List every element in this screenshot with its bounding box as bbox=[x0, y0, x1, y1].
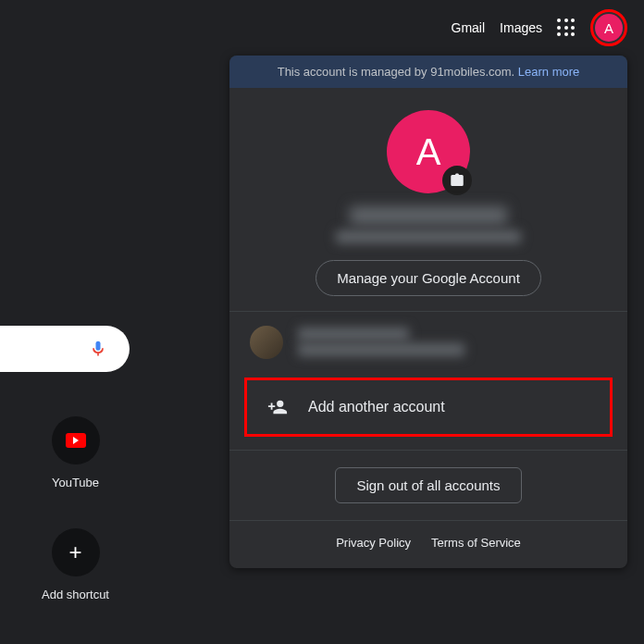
search-bar[interactable] bbox=[0, 326, 130, 372]
change-photo-button[interactable] bbox=[442, 166, 472, 195]
manage-account-button[interactable]: Manage your Google Account bbox=[316, 260, 541, 296]
divider bbox=[229, 450, 627, 451]
other-account-avatar bbox=[250, 326, 283, 359]
signout-button[interactable]: Sign out of all accounts bbox=[335, 467, 521, 503]
terms-link[interactable]: Terms of Service bbox=[431, 536, 521, 550]
panel-body: A Manage your Google Account bbox=[229, 88, 627, 311]
shortcut-label: Add shortcut bbox=[42, 588, 109, 601]
images-link[interactable]: Images bbox=[500, 20, 542, 35]
account-avatar-button[interactable]: A bbox=[590, 9, 627, 46]
camera-icon bbox=[449, 172, 465, 189]
shortcut-icon-circle bbox=[52, 416, 100, 464]
other-account-info bbox=[298, 325, 607, 359]
other-account-row[interactable] bbox=[229, 312, 627, 372]
microphone-icon[interactable] bbox=[89, 338, 107, 360]
other-account-email-blurred bbox=[298, 343, 464, 356]
plus-icon: + bbox=[68, 541, 81, 564]
apps-grid-icon[interactable] bbox=[557, 19, 576, 37]
big-avatar-wrap: A bbox=[387, 110, 470, 193]
shortcuts: YouTube + Add shortcut bbox=[42, 416, 109, 601]
account-email-blurred bbox=[336, 230, 521, 243]
top-bar: Gmail Images A bbox=[435, 0, 644, 56]
other-account-name-blurred bbox=[298, 328, 409, 341]
shortcut-icon-circle: + bbox=[52, 528, 100, 576]
avatar-letter: A bbox=[595, 14, 623, 42]
managed-notice: This account is managed by 91mobiles.com… bbox=[229, 56, 627, 88]
footer-links: Privacy Policy Terms of Service bbox=[229, 521, 627, 568]
shortcut-youtube[interactable]: YouTube bbox=[52, 416, 100, 489]
learn-more-link[interactable]: Learn more bbox=[518, 65, 579, 79]
gmail-link[interactable]: Gmail bbox=[452, 20, 486, 35]
privacy-policy-link[interactable]: Privacy Policy bbox=[336, 536, 411, 550]
managed-text: This account is managed by 91mobiles.com… bbox=[278, 65, 518, 79]
account-name-blurred bbox=[350, 206, 507, 225]
youtube-icon bbox=[66, 433, 86, 448]
shortcut-label: YouTube bbox=[52, 476, 99, 489]
person-add-icon bbox=[267, 397, 288, 417]
add-account-label: Add another account bbox=[308, 399, 445, 415]
add-account-button[interactable]: Add another account bbox=[244, 378, 613, 437]
add-shortcut-button[interactable]: + Add shortcut bbox=[42, 528, 109, 601]
account-panel: This account is managed by 91mobiles.com… bbox=[229, 56, 627, 568]
